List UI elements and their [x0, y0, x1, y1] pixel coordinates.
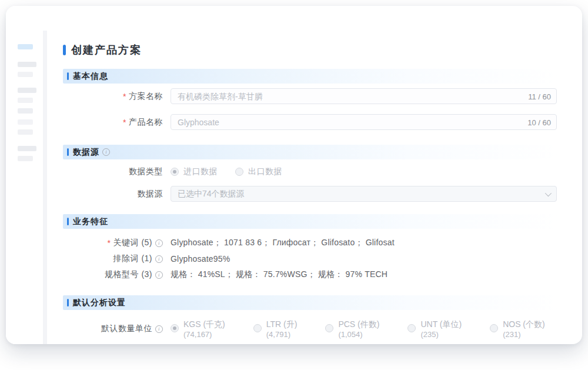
radio-unit-nos[interactable]: NOS (个数) (231) — [490, 319, 545, 339]
main-content: 创建产品方案 基本信息 * 方案名称 11 / 60 * 产品名称 — [63, 6, 557, 339]
char-counter: 11 / 60 — [528, 92, 551, 101]
info-icon[interactable]: i — [155, 239, 163, 247]
product-name-label: * 产品名称 — [63, 117, 163, 128]
page-title-row: 创建产品方案 — [63, 43, 557, 57]
spec-model-value: 规格： 41%SL； 规格： 75.7%WSG； 规格： 97% TECH — [171, 269, 387, 280]
sidebar-skeleton-item — [18, 156, 33, 161]
exclude-words-label: 排除词 (1) i — [63, 254, 163, 264]
form-row-spec-model: 规格型号 (3) i 规格： 41%SL； 规格： 75.7%WSG； 规格： … — [63, 269, 557, 280]
radio-unit-pcs[interactable]: PCS (件数) (1,054) — [325, 319, 379, 339]
radio-icon[interactable] — [490, 324, 498, 332]
plan-name-input[interactable] — [171, 88, 557, 104]
radio-icon[interactable] — [235, 168, 243, 176]
section-accent-bar — [67, 218, 69, 225]
sidebar-skeleton-item — [18, 88, 36, 93]
default-unit-label: 默认数量单位 i — [63, 324, 163, 334]
sidebar-skeleton-item-active — [18, 44, 33, 49]
app-window: 创建产品方案 基本信息 * 方案名称 11 / 60 * 产品名称 — [6, 6, 582, 344]
radio-unit-unt[interactable]: UNT (单位) (235) — [407, 319, 462, 339]
title-accent-bar — [63, 45, 66, 55]
keywords-label: * 关键词 (5) i — [63, 238, 163, 248]
radio-unit-kgs[interactable]: KGS (千克) (74,167) — [171, 319, 225, 339]
sidebar-skeleton-item — [18, 108, 33, 114]
sidebar-skeleton-item — [18, 146, 36, 151]
chevron-down-icon — [545, 190, 552, 196]
form-row-product-name: * 产品名称 10 / 60 — [63, 114, 557, 130]
section-title: 业务特征 — [73, 216, 108, 227]
data-source-select[interactable]: 已选中74个数据源 — [171, 186, 557, 202]
radio-icon[interactable] — [171, 168, 179, 176]
section-accent-bar — [67, 72, 69, 80]
form-row-exclude-words: 排除词 (1) i Glyphosate95% — [63, 254, 557, 264]
info-icon[interactable]: i — [155, 271, 163, 279]
data-type-label: 数据类型 — [63, 166, 163, 177]
section-title: 数据源 — [73, 147, 99, 158]
sidebar-skeleton-item — [18, 98, 33, 103]
sidebar-skeleton-item — [18, 72, 33, 77]
sidebar-skeleton — [6, 6, 43, 344]
keywords-value: Glyphosate； 1071 83 6； Глифосат； Glifosa… — [171, 238, 395, 248]
sidebar-skeleton-item — [18, 62, 36, 67]
info-icon[interactable]: i — [102, 148, 110, 156]
section-title: 基本信息 — [73, 71, 108, 82]
form-row-keywords: * 关键词 (5) i Glyphosate； 1071 83 6； Глифо… — [63, 238, 557, 248]
product-name-input[interactable] — [171, 114, 557, 130]
info-icon[interactable]: i — [155, 325, 163, 333]
form-row-default-unit: 默认数量单位 i KGS (千克) (74,167) — [63, 319, 557, 339]
form-row-data-source: 数据源 已选中74个数据源 — [63, 186, 557, 202]
section-header-data-source: 数据源 i — [63, 145, 557, 159]
section-accent-bar — [67, 299, 69, 306]
unit-radio-group: KGS (千克) (74,167) LTR (升) (4,791) — [171, 319, 545, 339]
radio-unit-ltr[interactable]: LTR (升) (4,791) — [253, 319, 298, 339]
char-counter: 10 / 60 — [527, 118, 551, 126]
content-divider — [43, 31, 47, 344]
radio-icon[interactable] — [253, 324, 262, 332]
form-row-data-type: 数据类型 进口数据 出口数据 — [63, 166, 557, 177]
required-asterisk: * — [123, 118, 126, 127]
radio-icon[interactable] — [171, 324, 179, 332]
plan-name-label: * 方案名称 — [63, 91, 163, 102]
radio-import-data[interactable]: 进口数据 — [171, 166, 218, 177]
section-title: 默认分析设置 — [73, 298, 126, 308]
radio-icon[interactable] — [407, 324, 416, 332]
required-asterisk: * — [108, 238, 111, 248]
form-row-plan-name: * 方案名称 11 / 60 — [63, 88, 557, 104]
info-icon[interactable]: i — [155, 255, 163, 263]
select-value: 已选中74个数据源 — [178, 189, 245, 199]
data-type-radio-group: 进口数据 出口数据 — [171, 166, 282, 177]
sidebar-skeleton-item — [18, 129, 33, 135]
exclude-words-value: Glyphosate95% — [171, 254, 230, 264]
section-header-default-settings: 默认分析设置 — [63, 295, 557, 310]
spec-model-label: 规格型号 (3) i — [63, 269, 163, 280]
section-accent-bar — [67, 148, 69, 156]
section-header-business-features: 业务特征 — [63, 214, 557, 229]
data-source-label: 数据源 — [63, 189, 163, 199]
section-header-basic-info: 基本信息 — [63, 69, 557, 84]
radio-icon[interactable] — [325, 324, 333, 332]
sidebar-skeleton-item — [18, 119, 33, 125]
page-title: 创建产品方案 — [71, 43, 142, 57]
required-asterisk: * — [123, 92, 126, 101]
radio-export-data[interactable]: 出口数据 — [235, 166, 282, 177]
